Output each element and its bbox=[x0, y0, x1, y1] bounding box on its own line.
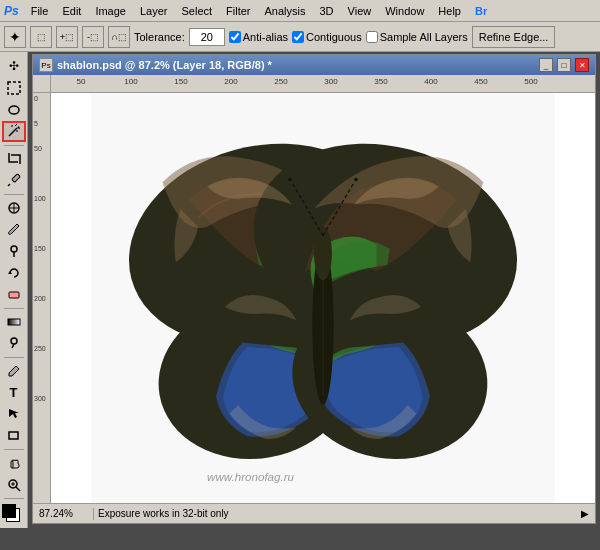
menu-analysis[interactable]: Analysis bbox=[259, 3, 312, 19]
tool-separator-1 bbox=[4, 145, 24, 146]
menu-bar: Ps File Edit Image Layer Select Filter A… bbox=[0, 0, 600, 22]
menu-filter[interactable]: Filter bbox=[220, 3, 256, 19]
sampleall-label: Sample All Layers bbox=[380, 31, 468, 43]
toolbox: ✣ bbox=[0, 52, 28, 528]
status-bar: 87.24% Exposure works in 32-bit only ▶ bbox=[33, 503, 595, 523]
svg-rect-15 bbox=[9, 292, 19, 298]
tool-crop[interactable] bbox=[2, 149, 26, 170]
canvas-area: Ps shablon.psd @ 87.2% (Layer 18, RGB/8)… bbox=[28, 52, 600, 528]
tool-pen[interactable] bbox=[2, 360, 26, 381]
tool-brush[interactable] bbox=[2, 219, 26, 240]
canvas-content: www.hronofag.ru bbox=[51, 93, 595, 503]
svg-line-2 bbox=[9, 128, 17, 136]
tool-lasso[interactable] bbox=[2, 99, 26, 120]
document-titlebar: Ps shablon.psd @ 87.2% (Layer 18, RGB/8)… bbox=[33, 55, 595, 75]
document-title: shablon.psd @ 87.2% (Layer 18, RGB/8) * bbox=[57, 59, 535, 71]
butterfly-image: www.hronofag.ru bbox=[51, 93, 595, 503]
ruler-v-250: 250 bbox=[34, 345, 46, 352]
ruler-v-150: 150 bbox=[34, 245, 46, 252]
tool-separator-2 bbox=[4, 194, 24, 195]
intersect-selection-btn[interactable]: ∩⬚ bbox=[108, 26, 130, 48]
svg-rect-20 bbox=[9, 432, 18, 439]
tool-preset-btn[interactable]: ✦ bbox=[4, 26, 26, 48]
ruler-v-0: 0 bbox=[34, 95, 38, 102]
svg-point-12 bbox=[11, 246, 17, 252]
window-close-button[interactable]: ✕ bbox=[575, 58, 589, 72]
subtract-selection-btn[interactable]: -⬚ bbox=[82, 26, 104, 48]
tool-separator-5 bbox=[4, 449, 24, 450]
tolerance-label: Tolerance: bbox=[134, 31, 185, 43]
ruler-v-50: 50 bbox=[34, 145, 42, 152]
app-logo: Ps bbox=[4, 4, 19, 18]
tool-hand[interactable] bbox=[2, 453, 26, 474]
svg-line-6 bbox=[15, 124, 17, 126]
tool-gradient[interactable] bbox=[2, 311, 26, 332]
status-message: Exposure works in 32-bit only bbox=[98, 508, 577, 519]
menu-window[interactable]: Window bbox=[379, 3, 430, 19]
contiguous-group: Contiguous bbox=[292, 31, 362, 43]
tool-move[interactable]: ✣ bbox=[2, 56, 26, 77]
add-selection-btn[interactable]: +⬚ bbox=[56, 26, 78, 48]
tool-clone-stamp[interactable] bbox=[2, 241, 26, 262]
menu-help[interactable]: Help bbox=[432, 3, 467, 19]
tool-separator-3 bbox=[4, 308, 24, 309]
ruler-vertical: 0 5 50 100 150 200 250 300 bbox=[33, 93, 51, 503]
zoom-level: 87.24% bbox=[39, 508, 89, 519]
tool-separator-4 bbox=[4, 357, 24, 358]
tool-eyedropper[interactable] bbox=[2, 170, 26, 191]
svg-line-18 bbox=[12, 344, 14, 348]
svg-line-23 bbox=[16, 487, 20, 491]
svg-line-8 bbox=[8, 184, 10, 186]
ruler-v-5: 5 bbox=[34, 120, 38, 127]
svg-point-37 bbox=[354, 178, 358, 182]
tool-zoom[interactable] bbox=[2, 474, 26, 495]
menu-3d[interactable]: 3D bbox=[314, 3, 340, 19]
svg-point-36 bbox=[288, 178, 292, 182]
color-swatches[interactable] bbox=[2, 504, 26, 524]
tool-separator-6 bbox=[4, 498, 24, 499]
svg-marker-19 bbox=[9, 409, 19, 418]
tool-dodge[interactable] bbox=[2, 333, 26, 354]
tool-history-brush[interactable] bbox=[2, 262, 26, 283]
window-maximize-button[interactable]: □ bbox=[557, 58, 571, 72]
refine-edge-button[interactable]: Refine Edge... bbox=[472, 26, 556, 48]
ruler-h-ticks bbox=[51, 85, 595, 93]
options-bar: ✦ ⬚ +⬚ -⬚ ∩⬚ Tolerance: Anti-alias Conti… bbox=[0, 22, 600, 52]
document-window: Ps shablon.psd @ 87.2% (Layer 18, RGB/8)… bbox=[32, 54, 596, 524]
ruler-v-100: 100 bbox=[34, 195, 46, 202]
sampleall-checkbox[interactable] bbox=[366, 31, 378, 43]
svg-point-17 bbox=[11, 338, 17, 344]
new-selection-btn[interactable]: ⬚ bbox=[30, 26, 52, 48]
menu-edit[interactable]: Edit bbox=[56, 3, 87, 19]
status-divider bbox=[93, 508, 94, 520]
contiguous-checkbox[interactable] bbox=[292, 31, 304, 43]
svg-rect-16 bbox=[8, 319, 20, 325]
svg-marker-14 bbox=[8, 271, 12, 274]
tool-marquee[interactable] bbox=[2, 78, 26, 99]
ruler-corner bbox=[33, 75, 51, 93]
menu-select[interactable]: Select bbox=[176, 3, 219, 19]
tolerance-input[interactable] bbox=[189, 28, 225, 46]
svg-rect-0 bbox=[8, 82, 20, 94]
menu-file[interactable]: File bbox=[25, 3, 55, 19]
menu-image[interactable]: Image bbox=[89, 3, 132, 19]
workspace: ✣ bbox=[0, 52, 600, 528]
tool-eraser[interactable] bbox=[2, 284, 26, 305]
antialias-checkbox[interactable] bbox=[229, 31, 241, 43]
tool-magic-wand[interactable] bbox=[2, 121, 26, 142]
tool-shape[interactable] bbox=[2, 425, 26, 446]
tool-healing-brush[interactable] bbox=[2, 198, 26, 219]
menu-layer[interactable]: Layer bbox=[134, 3, 174, 19]
contiguous-label: Contiguous bbox=[306, 31, 362, 43]
tool-type[interactable]: T bbox=[2, 382, 26, 403]
menu-view[interactable]: View bbox=[342, 3, 378, 19]
document-icon: Ps bbox=[39, 58, 53, 72]
status-arrow[interactable]: ▶ bbox=[581, 508, 589, 519]
sampleall-group: Sample All Layers bbox=[366, 31, 468, 43]
window-minimize-button[interactable]: _ bbox=[539, 58, 553, 72]
antialias-label: Anti-alias bbox=[243, 31, 288, 43]
tool-path-selection[interactable] bbox=[2, 404, 26, 425]
menu-br[interactable]: Br bbox=[469, 3, 493, 19]
ruler-v-300: 300 bbox=[34, 395, 46, 402]
svg-text:www.hronofag.ru: www.hronofag.ru bbox=[207, 471, 294, 483]
